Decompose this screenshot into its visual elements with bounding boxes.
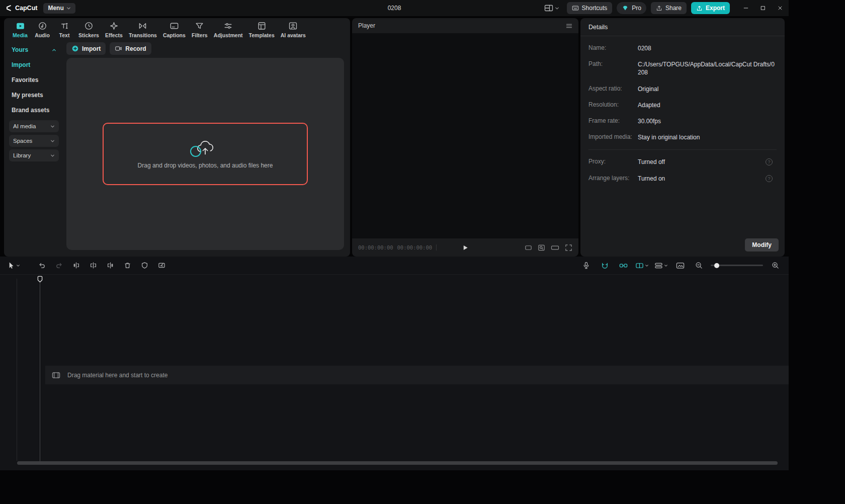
tab-audio[interactable]: Audio: [31, 21, 53, 38]
detail-row-frame-rate: Frame rate: 30.00fps: [588, 113, 777, 129]
media-library-panel: Media Audio Text Stickers: [4, 18, 350, 257]
preview-axis-toggle[interactable]: [635, 259, 649, 272]
layout-icon: [544, 5, 553, 12]
stickers-icon: [84, 21, 94, 31]
player-title: Player: [358, 22, 375, 29]
details-title: Details: [588, 24, 608, 31]
sidebar-item-brand-assets[interactable]: Brand assets: [9, 103, 59, 118]
timeline-area[interactable]: Drag material here and start to create: [0, 275, 789, 470]
detail-row-arrange-layers: Arrange layers: Turned on ?: [588, 171, 777, 187]
track-height-icon: [654, 262, 663, 269]
main-track-magnet-toggle[interactable]: [598, 259, 611, 272]
track-height-button[interactable]: [654, 259, 668, 272]
layout-switcher-button[interactable]: [541, 2, 562, 14]
empty-track-strip[interactable]: Drag material here and start to create: [45, 366, 789, 384]
resolution-icon: [551, 244, 559, 251]
redo-button[interactable]: [52, 259, 65, 272]
timeline-zoom-slider[interactable]: [711, 265, 763, 266]
auto-link-toggle[interactable]: [617, 259, 630, 272]
menu-button[interactable]: Menu: [43, 3, 75, 14]
crop-button[interactable]: [155, 259, 168, 272]
chevron-down-icon: [50, 139, 55, 143]
text-icon: [60, 21, 69, 31]
tab-templates[interactable]: Templates: [246, 21, 278, 38]
tab-effects[interactable]: Effects: [102, 21, 126, 38]
close-button[interactable]: [772, 0, 789, 16]
diamond-icon: [622, 5, 629, 12]
undo-button[interactable]: [35, 259, 48, 272]
sidebar-item-favorites[interactable]: Favorites: [9, 72, 59, 88]
resolution-button[interactable]: [551, 244, 559, 251]
modify-button[interactable]: Modify: [745, 238, 779, 251]
ratio-icon: [525, 244, 532, 251]
split-button[interactable]: [87, 259, 100, 272]
tab-adjustment[interactable]: Adjustment: [211, 21, 246, 38]
split-delete-left-icon: [72, 262, 80, 269]
minimize-button[interactable]: [737, 0, 754, 16]
delete-left-button[interactable]: [69, 259, 82, 272]
render-preview-button[interactable]: [673, 259, 687, 272]
chevron-up-icon: [52, 48, 56, 52]
transitions-icon: [138, 21, 147, 31]
cursor-icon: [8, 262, 15, 269]
sidebar-item-library[interactable]: Library: [9, 149, 59, 161]
plus-circle-icon: [71, 45, 79, 52]
delete-button[interactable]: [121, 259, 134, 272]
media-actions: Import Record: [66, 42, 151, 55]
horizontal-scrollbar[interactable]: [17, 461, 778, 465]
play-icon: [462, 244, 469, 251]
pro-badge[interactable]: Pro: [617, 2, 646, 14]
player-header: Player: [352, 18, 578, 33]
capcut-window: CapCut Menu 0208 Shortcuts: [0, 0, 789, 470]
tab-ai-avatars[interactable]: AI avatars: [278, 21, 309, 38]
tab-media[interactable]: Media: [9, 21, 31, 38]
tab-transitions[interactable]: Transitions: [126, 21, 160, 38]
split-icon: [90, 262, 97, 269]
chevron-down-icon: [66, 6, 71, 11]
sidebar-item-ai-media[interactable]: AI media: [9, 120, 59, 132]
crop-icon: [158, 262, 165, 269]
mask-button[interactable]: [138, 259, 151, 272]
help-icon[interactable]: ?: [766, 158, 773, 165]
details-divider: [588, 149, 777, 150]
export-button[interactable]: Export: [691, 2, 730, 14]
tab-text[interactable]: Text: [53, 21, 75, 38]
teal-glow-ring: [190, 146, 201, 157]
record-button[interactable]: Record: [110, 42, 151, 55]
maximize-button[interactable]: [754, 0, 772, 16]
aspect-ratio-button[interactable]: [525, 244, 532, 251]
voiceover-button[interactable]: [579, 259, 593, 272]
sidebar-item-import[interactable]: Import: [9, 57, 59, 72]
zoom-in-icon: [772, 262, 779, 269]
filters-icon: [195, 21, 204, 31]
player-viewport[interactable]: [352, 33, 578, 238]
select-tool-button[interactable]: [7, 259, 20, 272]
fit-zoom-button[interactable]: [538, 244, 545, 251]
import-dropzone[interactable]: Drag and drop videos, photos, and audio …: [103, 123, 308, 185]
media-icon: [16, 21, 25, 31]
share-button[interactable]: Share: [651, 2, 687, 14]
zoom-slider-knob[interactable]: [714, 263, 719, 268]
delete-right-button[interactable]: [104, 259, 117, 272]
tab-filters[interactable]: Filters: [189, 21, 211, 38]
fullscreen-button[interactable]: [565, 244, 572, 251]
tab-captions[interactable]: Captions: [160, 21, 189, 38]
tab-stickers[interactable]: Stickers: [75, 21, 102, 38]
player-view-options: [525, 244, 572, 251]
chevron-down-icon: [664, 264, 668, 268]
shortcuts-button[interactable]: Shortcuts: [567, 2, 613, 14]
dropzone-text: Drag and drop videos, photos, and audio …: [138, 162, 273, 169]
playhead-handle[interactable]: [37, 276, 43, 283]
timeline-tools-right: [579, 259, 782, 272]
sidebar-item-spaces[interactable]: Spaces: [9, 135, 59, 147]
player-menu-button[interactable]: [566, 23, 572, 29]
sidebar-item-yours[interactable]: Yours: [9, 42, 59, 57]
import-button[interactable]: Import: [66, 42, 106, 55]
timeline-placeholder-text: Drag material here and start to create: [67, 372, 167, 379]
zoom-out-button[interactable]: [692, 259, 705, 272]
zoom-in-button[interactable]: [769, 259, 782, 272]
help-icon[interactable]: ?: [766, 175, 773, 182]
sidebar-item-my-presets[interactable]: My presets: [9, 88, 59, 103]
play-button[interactable]: [462, 244, 469, 251]
detail-row-path: Path: C:/Users/TOPGUS/AppData/Local/CapC…: [588, 56, 777, 80]
